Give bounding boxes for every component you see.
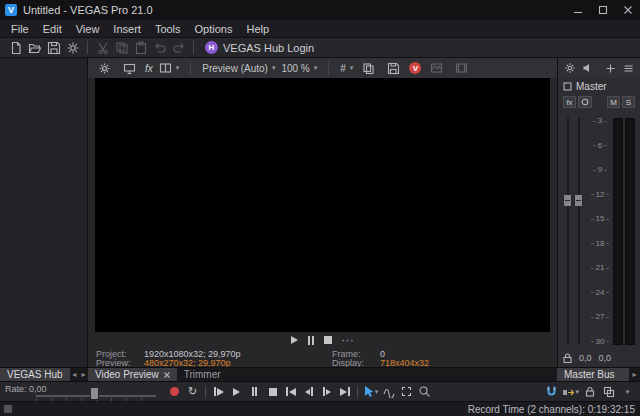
master-faders xyxy=(558,114,589,349)
go-to-end-button[interactable] xyxy=(336,383,353,400)
transport-more-button[interactable]: ··· xyxy=(342,334,355,346)
bus-automation-button[interactable] xyxy=(578,96,592,108)
next-frame-button[interactable] xyxy=(318,383,335,400)
stop-button-main[interactable] xyxy=(264,383,281,400)
left-dock-tabs: VEGAS Hub ◂ ▸ xyxy=(0,368,88,381)
copy-button[interactable] xyxy=(112,39,131,57)
scopes-button[interactable] xyxy=(427,59,446,77)
master-bus-tab[interactable]: Master Bus xyxy=(557,368,629,382)
grid-overlay-dropdown[interactable]: # ▾ xyxy=(340,63,353,74)
film-strip-button[interactable] xyxy=(452,59,471,77)
selection-tool-button[interactable] xyxy=(398,383,415,400)
panel-menu-button[interactable] xyxy=(621,59,636,77)
snap-button[interactable] xyxy=(543,383,560,400)
ignore-grouping-button[interactable] xyxy=(600,383,617,400)
mute-button[interactable]: M xyxy=(607,96,620,108)
magnifier-icon xyxy=(418,385,431,398)
loop-playback-button[interactable]: ↻ xyxy=(184,383,201,400)
fader-handle-right[interactable] xyxy=(574,194,583,207)
save-snapshot-button[interactable] xyxy=(384,59,403,77)
menu-view[interactable]: View xyxy=(69,23,107,35)
paste-button[interactable] xyxy=(131,39,150,57)
pause-button-main[interactable] xyxy=(246,383,263,400)
insert-bus-button[interactable] xyxy=(603,59,618,77)
auto-ripple-button[interactable]: ▾ xyxy=(562,383,579,400)
go-to-start-button[interactable] xyxy=(282,383,299,400)
save-project-button[interactable] xyxy=(44,39,63,57)
window-controls xyxy=(565,0,640,20)
redo-button[interactable] xyxy=(169,39,188,57)
split-screen-button[interactable]: ▾ xyxy=(159,62,180,74)
close-tab-icon[interactable] xyxy=(164,372,170,378)
project-properties-button[interactable] xyxy=(63,39,82,57)
bus-settings-button[interactable] xyxy=(562,59,577,77)
cursor-icon xyxy=(363,385,374,398)
window-title: Untitled - VEGAS Pro 21.0 xyxy=(23,4,153,16)
bus-tab-scroll-button[interactable]: ▸ xyxy=(629,370,640,379)
open-project-button[interactable] xyxy=(25,39,44,57)
menu-options[interactable]: Options xyxy=(188,23,240,35)
more-tools-dropdown[interactable]: ▾ xyxy=(619,383,636,400)
level-meter-left xyxy=(613,118,623,345)
app-logo-icon: V xyxy=(5,4,17,16)
chevron-down-icon: ▾ xyxy=(272,64,276,72)
preview-settings-button[interactable] xyxy=(95,59,114,77)
stop-button[interactable] xyxy=(324,334,332,346)
transport-bar: Rate: 0,00 ↻ ▾ xyxy=(0,381,640,401)
loop-icon: ↻ xyxy=(188,385,197,398)
chevron-down-icon: ▾ xyxy=(176,64,180,72)
preview-zoom-dropdown[interactable]: 100 % ▾ xyxy=(281,63,317,74)
record-button[interactable] xyxy=(166,383,183,400)
rate-slider-handle[interactable] xyxy=(90,387,99,400)
pause-button[interactable] xyxy=(308,334,314,346)
video-output-fx-button[interactable]: fx xyxy=(145,63,153,74)
play-button[interactable] xyxy=(291,334,298,346)
zoom-tool-button[interactable] xyxy=(416,383,433,400)
envelope-wave-icon xyxy=(383,386,395,398)
edit-tool-button[interactable]: ▾ xyxy=(362,383,379,400)
master-bus-name: Master xyxy=(576,81,607,92)
preview-quality-dropdown[interactable]: Preview (Auto) ▾ xyxy=(202,63,275,74)
copy-snapshot-button[interactable] xyxy=(359,59,378,77)
meter-scale-label: 30 xyxy=(591,338,610,346)
transport-buttons: ↻ ▾ xyxy=(166,382,640,401)
menu-help[interactable]: Help xyxy=(239,23,276,35)
record-time-text: Record Time (2 channels): 0:19:32:15 xyxy=(468,404,635,415)
meter-scale-label: 15 xyxy=(591,215,610,223)
vegas-pro-window: V Untitled - VEGAS Pro 21.0 File Edit Vi… xyxy=(0,0,640,416)
new-project-button[interactable] xyxy=(6,39,25,57)
play-from-start-button[interactable] xyxy=(210,383,227,400)
grouping-icon xyxy=(603,386,615,398)
fader-handle-left[interactable] xyxy=(563,194,572,207)
tab-scroll-right-button[interactable]: ▸ xyxy=(79,370,88,379)
envelope-tool-button[interactable] xyxy=(380,383,397,400)
master-bus-buttons: fx M S xyxy=(558,94,640,110)
meter-scale-label: 3 xyxy=(593,117,607,125)
lock-envelopes-button[interactable] xyxy=(581,383,598,400)
menu-insert[interactable]: Insert xyxy=(106,23,148,35)
vegas-hub-login-button[interactable]: H VEGAS Hub Login xyxy=(205,41,314,54)
video-preview-tab[interactable]: Video Preview xyxy=(88,368,177,382)
previous-frame-button[interactable] xyxy=(300,383,317,400)
menu-tools[interactable]: Tools xyxy=(148,23,188,35)
speaker-icon[interactable] xyxy=(580,59,595,77)
preview-device-button[interactable]: V xyxy=(409,62,421,74)
close-button[interactable] xyxy=(615,0,640,20)
menu-file[interactable]: File xyxy=(4,23,36,35)
preview-quality-value: Preview (Auto) xyxy=(202,63,268,74)
toolbar-separator xyxy=(87,41,88,54)
external-monitor-button[interactable] xyxy=(120,59,139,77)
trimmer-tab[interactable]: Trimmer xyxy=(177,368,228,382)
tab-scroll-left-button[interactable]: ◂ xyxy=(70,370,79,379)
play-button-main[interactable] xyxy=(228,383,245,400)
undo-button[interactable] xyxy=(150,39,169,57)
minimize-button[interactable] xyxy=(565,0,590,20)
cut-button[interactable] xyxy=(93,39,112,57)
maximize-button[interactable] xyxy=(590,0,615,20)
menu-edit[interactable]: Edit xyxy=(36,23,69,35)
solo-button[interactable]: S xyxy=(622,96,635,108)
bus-fx-button[interactable]: fx xyxy=(563,96,576,108)
ripple-icon xyxy=(562,386,574,398)
vegas-hub-tab[interactable]: VEGAS Hub xyxy=(0,368,70,382)
lock-icon[interactable] xyxy=(563,353,572,363)
